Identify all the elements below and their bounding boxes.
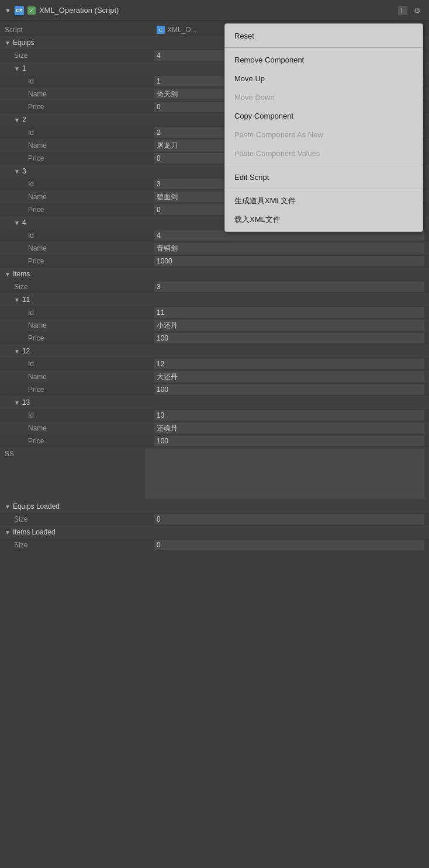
- item-13-name-label: Name: [28, 424, 154, 432]
- ss-value[interactable]: [145, 449, 424, 499]
- script-value: XML_O...: [167, 26, 197, 34]
- equip-4-index: 4: [22, 218, 26, 227]
- item-11-price-value[interactable]: 100: [154, 333, 424, 343]
- svg-text:i: i: [401, 8, 402, 14]
- equip-4-price-label: Price: [28, 257, 154, 265]
- items-loaded-size-value[interactable]: 0: [154, 540, 424, 550]
- equip-4-name-row: Name 青铜剑: [0, 242, 429, 255]
- menu-paste-values[interactable]: Paste Component Values: [225, 144, 423, 162]
- item-11-name-row: Name 小还丹: [0, 319, 429, 332]
- equips-size-label: Size: [14, 51, 154, 60]
- menu-move-down[interactable]: Move Down: [225, 88, 423, 106]
- window-header: ▼ C# ✓ XML_Operation (Script) i ⚙: [0, 0, 429, 21]
- item-11-index: 11: [22, 296, 30, 304]
- equips-loaded-title: Equips Loaded: [13, 502, 60, 511]
- svg-text:⚙: ⚙: [414, 6, 421, 15]
- equips-loaded-size-label: Size: [14, 515, 154, 523]
- equip-2-id-label: Id: [28, 129, 154, 137]
- menu-reset[interactable]: Reset: [225, 26, 423, 45]
- equip-3-id-label: Id: [28, 180, 154, 188]
- item-12-name-row: Name 大还丹: [0, 370, 429, 383]
- item-13-header[interactable]: ▼ 13: [0, 396, 429, 409]
- equip-2-price-label: Price: [28, 154, 154, 162]
- menu-edit-script[interactable]: Edit Script: [225, 168, 423, 186]
- script-label: Script: [5, 26, 157, 34]
- menu-copy-component[interactable]: Copy Component: [225, 106, 423, 125]
- items-loaded-header[interactable]: ▼ Items Loaded: [0, 526, 429, 539]
- menu-load-xml[interactable]: 载入XML文件: [225, 210, 423, 229]
- equip-3-arrow: ▼: [14, 168, 20, 175]
- equip-4-price-row: Price 1000: [0, 255, 429, 268]
- item-11-header[interactable]: ▼ 11: [0, 293, 429, 306]
- items-size-label: Size: [14, 283, 154, 291]
- equip-4-name-value[interactable]: 青铜剑: [154, 243, 424, 254]
- menu-generate-xml[interactable]: 生成道具XML文件: [225, 192, 423, 210]
- items-size-row: Size 3: [0, 280, 429, 293]
- item-11-id-row: Id 11: [0, 306, 429, 319]
- item-12-name-value[interactable]: 大还丹: [154, 371, 424, 382]
- item-11-arrow: ▼: [14, 297, 20, 303]
- items-loaded-size-row: Size 0: [0, 539, 429, 551]
- enabled-checkbox[interactable]: ✓: [27, 6, 36, 15]
- item-12-header[interactable]: ▼ 12: [0, 345, 429, 357]
- equip-2-arrow: ▼: [14, 117, 20, 123]
- ss-row: SS: [0, 447, 429, 500]
- context-menu: Reset Remove Component Move Up Move Down…: [224, 23, 423, 232]
- menu-paste-new[interactable]: Paste Component As New: [225, 125, 423, 144]
- equips-loaded-size-row: Size 0: [0, 513, 429, 526]
- script-csharp-icon: C: [157, 26, 165, 34]
- equip-4-name-label: Name: [28, 244, 154, 252]
- equip-3-index: 3: [22, 167, 26, 175]
- item-12-id-value[interactable]: 12: [154, 359, 424, 369]
- item-13-price-row: Price 100: [0, 435, 429, 447]
- item-11-price-row: Price 100: [0, 332, 429, 345]
- items-size-value[interactable]: 3: [154, 282, 424, 292]
- item-13-id-row: Id 13: [0, 409, 429, 422]
- item-11-id-label: Id: [28, 308, 154, 317]
- item-11-name-label: Name: [28, 321, 154, 329]
- items-title: Items: [13, 270, 30, 278]
- window-title: XML_Operation (Script): [39, 6, 119, 15]
- gear-button[interactable]: ⚙: [411, 4, 424, 17]
- menu-remove-component[interactable]: Remove Component: [225, 50, 423, 69]
- equips-title: Equips: [13, 39, 34, 47]
- item-13-arrow: ▼: [14, 400, 20, 406]
- item-12-price-label: Price: [28, 386, 154, 394]
- item-13-index: 13: [22, 398, 30, 407]
- item-13-price-label: Price: [28, 437, 154, 445]
- item-11-id-value[interactable]: 11: [154, 307, 424, 318]
- item-13-price-value[interactable]: 100: [154, 436, 424, 446]
- item-12-price-value[interactable]: 100: [154, 384, 424, 395]
- equip-1-arrow: ▼: [14, 65, 20, 72]
- item-11-name-value[interactable]: 小还丹: [154, 320, 424, 331]
- equip-4-id-label: Id: [28, 231, 154, 239]
- menu-divider-2: [225, 165, 423, 165]
- equip-2-index: 2: [22, 116, 26, 124]
- collapse-arrow[interactable]: ▼: [5, 7, 11, 14]
- menu-divider-3: [225, 189, 423, 189]
- item-12-name-label: Name: [28, 373, 154, 381]
- item-13-name-value[interactable]: 还魂丹: [154, 423, 424, 433]
- equip-1-price-label: Price: [28, 103, 154, 111]
- equips-loaded-arrow: ▼: [5, 504, 11, 510]
- equips-arrow: ▼: [5, 40, 11, 46]
- equip-1-name-label: Name: [28, 90, 154, 98]
- equip-1-id-label: Id: [28, 77, 154, 85]
- svg-rect-0: [398, 6, 407, 15]
- items-loaded-size-label: Size: [14, 541, 154, 549]
- menu-divider-1: [225, 47, 423, 48]
- items-section-header[interactable]: ▼ Items: [0, 268, 429, 280]
- ss-label: SS: [5, 449, 145, 458]
- equip-2-name-label: Name: [28, 141, 154, 150]
- csharp-icon: C#: [15, 6, 24, 15]
- item-12-id-row: Id 12: [0, 357, 429, 370]
- equips-loaded-header[interactable]: ▼ Equips Loaded: [0, 500, 429, 513]
- menu-move-up[interactable]: Move Up: [225, 69, 423, 88]
- equips-loaded-size-value[interactable]: 0: [154, 514, 424, 525]
- item-11-price-label: Price: [28, 334, 154, 342]
- item-13-name-row: Name 还魂丹: [0, 422, 429, 435]
- equip-4-price-value[interactable]: 1000: [154, 256, 424, 266]
- equip-4-arrow: ▼: [14, 220, 20, 226]
- item-13-id-value[interactable]: 13: [154, 410, 424, 421]
- info-button[interactable]: i: [396, 4, 409, 17]
